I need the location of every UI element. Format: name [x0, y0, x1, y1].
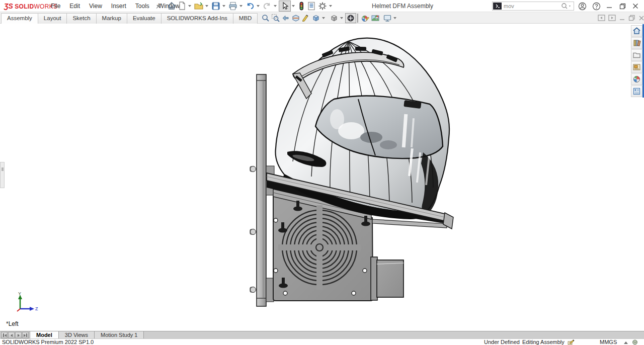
previous-view-icon[interactable] [281, 13, 291, 23]
orientation-annotation: *Left [6, 320, 19, 327]
save-button[interactable] [210, 1, 221, 12]
help-button[interactable] [591, 1, 602, 11]
document-window-controls [598, 14, 644, 23]
pin-menu-icon[interactable] [154, 2, 163, 11]
last-tab-button[interactable] [22, 332, 29, 338]
open-button[interactable] [193, 1, 204, 12]
solidworks-resources-button[interactable] [631, 25, 642, 37]
tab-3d-views[interactable]: 3D Views [58, 331, 95, 339]
menu-view[interactable]: View [85, 0, 107, 12]
redo-button[interactable] [262, 1, 273, 12]
display-style-dropdown-icon[interactable] [340, 17, 343, 19]
graphics-viewport[interactable]: Y Z *Left [0, 24, 644, 331]
model-tabs: Model 3D Views Motion Study 1 [30, 331, 143, 339]
search-magnifier-icon[interactable] [560, 3, 572, 10]
next-tab-button[interactable] [15, 332, 22, 338]
tab-evaluate[interactable]: Evaluate [127, 13, 162, 24]
product-version-label: SOLIDWORKS Premium 2022 SP1.0 [2, 339, 94, 345]
design-library-button[interactable] [631, 37, 642, 49]
status-bar: SOLIDWORKS Premium 2022 SP1.0 Under Defi… [0, 338, 644, 345]
tags-icon[interactable] [632, 339, 638, 345]
command-manager-row: Assembly Layout Sketch Markup Evaluate S… [0, 12, 644, 24]
edit-appearance-icon[interactable] [360, 13, 370, 23]
home-button[interactable] [166, 1, 177, 12]
tab-layout[interactable]: Layout [38, 13, 67, 24]
custom-properties-button[interactable] [631, 85, 642, 97]
sketch-status-icon [568, 339, 575, 345]
menu-tools[interactable]: Tools [131, 0, 154, 12]
select-tool-button[interactable] [279, 1, 291, 12]
first-tab-button[interactable] [1, 332, 8, 338]
apply-scene-icon[interactable] [370, 13, 380, 23]
appearances-scenes-button[interactable] [631, 73, 642, 85]
undo-dropdown-icon[interactable] [257, 5, 260, 7]
side-box [371, 257, 404, 300]
search-input[interactable] [502, 3, 560, 9]
rebuild-button[interactable] [297, 1, 306, 12]
display-style-icon[interactable] [329, 13, 339, 23]
menu-insert[interactable]: Insert [107, 0, 131, 12]
menu-file[interactable]: File [46, 0, 65, 12]
file-properties-button[interactable] [306, 1, 317, 12]
triad-z-label: Z [35, 306, 38, 311]
title-bar: ƷS SOLIDWORKS File Edit View Insert Tool… [0, 0, 644, 12]
redo-dropdown-icon[interactable] [274, 5, 277, 7]
tab-markup[interactable]: Markup [96, 13, 127, 24]
tab-model[interactable]: Model [30, 331, 59, 339]
annotation-views-icon[interactable] [301, 13, 311, 23]
tab-mbd[interactable]: MBD [233, 13, 258, 24]
tab-assembly[interactable]: Assembly [1, 13, 38, 24]
unit-system-label[interactable]: MMGS [600, 339, 617, 345]
view-settings-icon[interactable] [382, 13, 392, 23]
triad-y-label: Y [18, 291, 21, 296]
open-dropdown-icon[interactable] [205, 5, 208, 7]
options-button[interactable] [317, 1, 328, 12]
doc-close-icon[interactable] [638, 14, 644, 23]
tab-motion-study-1[interactable]: Motion Study 1 [94, 331, 144, 339]
tab-solidworks-add-ins[interactable]: SOLIDWORKS Add-Ins [161, 13, 233, 24]
zoom-to-area-icon[interactable] [271, 13, 281, 23]
file-explorer-button[interactable] [631, 49, 642, 61]
restore-button[interactable] [617, 1, 628, 11]
mount-bolts [250, 166, 256, 293]
helmet-assembly-model[interactable] [236, 28, 458, 319]
menu-edit[interactable]: Edit [65, 0, 85, 12]
definition-status-label: Under Defined [484, 339, 520, 345]
document-tab-bar: Model 3D Views Motion Study 1 [0, 331, 644, 338]
doc-minimize-icon[interactable] [619, 14, 625, 23]
user-account-button[interactable] [577, 1, 588, 11]
undo-button[interactable] [245, 1, 256, 12]
helmet[interactable] [275, 38, 449, 219]
status-expand-icon[interactable] [624, 341, 628, 344]
hide-show-items-dropdown-icon[interactable] [357, 14, 358, 23]
view-settings-dropdown-icon[interactable] [393, 17, 396, 19]
pane-expand-handle[interactable] [2, 167, 4, 171]
main-toolbar [166, 1, 334, 12]
command-manager-tabs: Assembly Layout Sketch Markup Evaluate S… [1, 13, 257, 24]
print-dropdown-icon[interactable] [239, 5, 243, 7]
section-view-icon[interactable] [291, 13, 301, 23]
reference-triad: Y Z [12, 291, 39, 315]
select-dropdown-icon[interactable] [292, 5, 295, 7]
tab-sketch[interactable]: Sketch [66, 13, 96, 24]
tab-scroll-buttons [1, 332, 29, 338]
new-document-button[interactable] [177, 1, 187, 12]
pane-right-icon[interactable] [608, 14, 616, 23]
previous-tab-button[interactable] [8, 332, 15, 338]
document-title: Helmet DFM Assembly [327, 3, 478, 10]
new-document-dropdown-icon[interactable] [188, 5, 191, 7]
close-button[interactable] [630, 1, 641, 11]
print-button[interactable] [227, 1, 238, 12]
save-dropdown-icon[interactable] [222, 5, 225, 7]
collapsed-feature-manager[interactable] [0, 162, 5, 188]
doc-restore-icon[interactable] [628, 14, 635, 23]
pane-left-icon[interactable] [598, 14, 605, 23]
hide-show-items-icon[interactable] [345, 13, 356, 23]
view-palette-button[interactable] [631, 61, 642, 73]
minimize-button[interactable] [604, 1, 615, 11]
command-search-icon [493, 3, 502, 10]
search-box[interactable] [492, 2, 574, 11]
zoom-to-fit-icon[interactable] [261, 13, 271, 23]
view-orientation-icon[interactable] [311, 13, 321, 23]
view-orientation-dropdown-icon[interactable] [322, 17, 325, 19]
